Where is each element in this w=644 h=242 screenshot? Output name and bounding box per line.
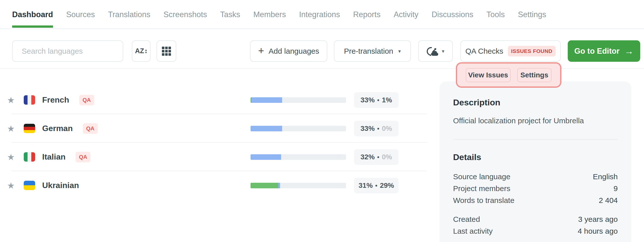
detail-row-created: Created 3 years ago (453, 213, 618, 225)
pre-translation-label: Pre-translation (344, 47, 393, 55)
details-title: Details (453, 152, 618, 162)
translated-percent: 33% (361, 125, 375, 133)
language-name[interactable]: Ukrainian (42, 181, 79, 190)
favorite-star-icon[interactable]: ★ (7, 95, 17, 105)
chevron-down-icon: ▾ (398, 48, 401, 54)
language-row-german[interactable]: ★ German QA 33% • 0% (0, 114, 429, 143)
translated-progress-segment (252, 97, 282, 103)
language-row-french[interactable]: ★ French QA 33% • 1% (0, 86, 429, 114)
qa-checks-button[interactable]: QA Checks ISSUES FOUND (460, 40, 561, 62)
detail-label: Source language (453, 172, 510, 181)
detail-value: 3 years ago (578, 215, 618, 224)
detail-label: Words to translate (453, 196, 514, 205)
percent-separator-dot: • (377, 97, 379, 104)
approved-percent: 29% (380, 182, 394, 190)
percent-separator-dot: • (375, 182, 377, 189)
tab-integrations[interactable]: Integrations (299, 10, 340, 28)
percent-separator-dot: • (377, 125, 379, 132)
detail-row-last-activity: Last activity 4 hours ago (453, 225, 618, 237)
machine-translation-dropdown[interactable]: ▾ (418, 40, 453, 62)
qa-checks-label: QA Checks (465, 47, 503, 55)
qa-issues-badge[interactable]: QA (79, 95, 94, 105)
detail-row-project-members: Project members 9 (453, 183, 618, 194)
az-sort-icon: AZ (135, 47, 144, 55)
translation-progress-bar (251, 183, 346, 188)
translated-progress-segment (278, 183, 280, 188)
description-text: Official localization project for Umbrel… (453, 116, 618, 125)
go-to-editor-label: Go to Editor (574, 47, 620, 56)
translation-progress-bar (251, 126, 346, 131)
activity-rows: Created 3 years ago Last activity 4 hour… (453, 213, 618, 237)
translated-percent: 31% (359, 182, 373, 190)
qa-issues-badge[interactable]: QA (76, 152, 90, 162)
language-name[interactable]: German (42, 124, 73, 133)
tab-translations[interactable]: Translations (108, 10, 151, 28)
language-list: ★ French QA 33% • 1% ★ German QA 33% • 0… (0, 86, 429, 200)
issues-found-badge: ISSUES FOUND (508, 46, 556, 56)
tab-tasks[interactable]: Tasks (220, 10, 240, 28)
sort-languages-button[interactable]: AZ ▲▼ (132, 40, 151, 62)
detail-value: 2 404 (599, 196, 618, 205)
translated-progress-segment (251, 154, 281, 160)
translation-progress-bar (251, 154, 346, 160)
translated-progress-segment (251, 126, 282, 131)
project-nav: Dashboard Sources Translations Screensho… (12, 10, 546, 28)
go-to-editor-button[interactable]: Go to Editor → (568, 40, 640, 62)
favorite-star-icon[interactable]: ★ (7, 124, 17, 134)
qa-issues-badge[interactable]: QA (83, 123, 98, 134)
approved-percent: 1% (382, 96, 392, 104)
language-row-ukrainian[interactable]: ★ Ukrainian QA 31% • 29% (0, 171, 429, 200)
grid-view-icon (162, 47, 171, 56)
tab-settings[interactable]: Settings (518, 10, 546, 28)
tab-discussions[interactable]: Discussions (432, 10, 473, 28)
detail-value: 4 hours ago (578, 227, 618, 235)
detail-row-words-to-translate: Words to translate 2 404 (453, 194, 618, 206)
percent-separator-dot: • (377, 154, 379, 161)
pre-translation-dropdown[interactable]: Pre-translation ▾ (334, 40, 411, 62)
detail-label: Project members (453, 184, 510, 193)
add-languages-label: Add languages (269, 47, 319, 55)
tab-screenshots[interactable]: Screenshots (163, 10, 207, 28)
tab-activity[interactable]: Activity (394, 10, 418, 28)
description-title: Description (453, 98, 618, 107)
details-rows: Source language English Project members … (453, 171, 618, 206)
add-languages-button[interactable]: + Add languages (250, 40, 327, 62)
tab-reports[interactable]: Reports (353, 10, 381, 28)
panel-divider (453, 139, 618, 140)
grid-view-button[interactable] (157, 40, 176, 62)
translated-percent: 33% (361, 96, 375, 104)
machine-translation-cloud-icon (427, 46, 438, 56)
favorite-star-icon[interactable]: ★ (7, 152, 17, 162)
italian-flag-icon (24, 152, 35, 162)
tab-members[interactable]: Members (253, 10, 286, 28)
nav-bottom-border (0, 28, 644, 29)
search-languages-field[interactable] (12, 40, 123, 62)
tab-dashboard[interactable]: Dashboard (12, 10, 53, 28)
approved-percent: 0% (382, 153, 392, 161)
languages-toolbar: AZ ▲▼ + Add languages Pre-translation ▾ … (0, 40, 644, 62)
language-name[interactable]: Italian (42, 152, 65, 162)
qa-settings-button[interactable]: Settings (517, 68, 552, 82)
language-name[interactable]: French (42, 95, 69, 105)
chevron-down-icon: ▾ (442, 48, 444, 54)
tab-sources[interactable]: Sources (66, 10, 95, 28)
detail-value: English (593, 172, 618, 181)
progress-percent-badge: 33% • 1% (354, 92, 399, 108)
progress-percent-badge: 32% • 0% (354, 149, 399, 165)
view-issues-button[interactable]: View Issues (466, 68, 511, 82)
qa-checks-popup: View Issues Settings (456, 62, 561, 88)
favorite-star-icon[interactable]: ★ (7, 180, 17, 191)
ukrainian-flag-icon (24, 181, 35, 190)
detail-row-source-language: Source language English (453, 171, 618, 183)
language-row-italian[interactable]: ★ Italian QA 32% • 0% (0, 143, 429, 171)
detail-value: 9 (613, 184, 618, 193)
sort-direction-arrows-icon: ▲▼ (145, 49, 147, 54)
project-details-panel: Description Official localization projec… (439, 81, 631, 242)
tab-tools[interactable]: Tools (486, 10, 505, 28)
approved-percent: 0% (382, 125, 392, 133)
search-languages-input[interactable] (22, 47, 123, 55)
translation-progress-bar (251, 97, 346, 103)
approved-progress-segment (251, 183, 278, 188)
french-flag-icon (24, 95, 35, 105)
german-flag-icon (24, 124, 35, 133)
